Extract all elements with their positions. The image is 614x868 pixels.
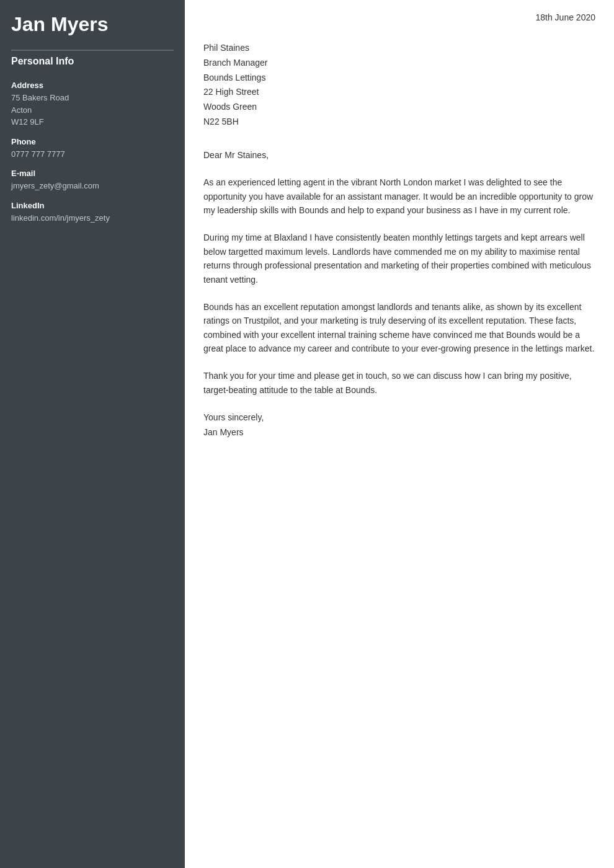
letter-date: 18th June 2020 xyxy=(203,12,595,22)
recipient-postcode: N22 5BH xyxy=(203,115,595,130)
letter-greeting: Dear Mr Staines, xyxy=(203,148,595,162)
recipient-block: Phil Staines Branch Manager Bounds Letti… xyxy=(203,41,595,130)
address-line-3: W12 9LF xyxy=(11,117,44,126)
email-value: jmyers_zety@gmail.com xyxy=(11,180,174,192)
applicant-name: Jan Myers xyxy=(11,12,174,36)
letter-paragraph-2: During my time at Blaxland I have consis… xyxy=(203,231,595,286)
phone-label: Phone xyxy=(11,137,174,146)
personal-info-section-title: Personal Info xyxy=(11,50,174,72)
closing-phrase: Yours sincerely, xyxy=(203,410,595,425)
sidebar: Jan Myers Personal Info Address 75 Baker… xyxy=(0,0,185,868)
address-label: Address xyxy=(11,81,174,90)
letter-paragraph-1: As an experienced letting agent in the v… xyxy=(203,175,595,217)
letter-body: Dear Mr Staines, As an experienced letti… xyxy=(203,148,595,440)
recipient-company: Bounds Lettings xyxy=(203,71,595,86)
signoff-name: Jan Myers xyxy=(203,425,595,440)
email-label: E-mail xyxy=(11,169,174,178)
address-line-2: Acton xyxy=(11,105,32,115)
letter-paragraph-4: Thank you for your time and please get i… xyxy=(203,369,595,397)
recipient-area: Woods Green xyxy=(203,100,595,115)
recipient-name: Phil Staines xyxy=(203,41,595,56)
linkedin-value: linkedin.com/in/jmyers_zety xyxy=(11,212,174,224)
letter-content: 18th June 2020 Phil Staines Branch Manag… xyxy=(185,0,614,868)
address-line-1: 75 Bakers Road xyxy=(11,93,69,102)
address-value: 75 Bakers Road Acton W12 9LF xyxy=(11,92,174,128)
phone-value: 0777 777 7777 xyxy=(11,148,174,161)
recipient-street: 22 High Street xyxy=(203,85,595,100)
linkedin-label: LinkedIn xyxy=(11,201,174,210)
letter-paragraph-3: Bounds has an excellent reputation among… xyxy=(203,300,595,356)
recipient-title: Branch Manager xyxy=(203,56,595,71)
letter-closing: Yours sincerely, Jan Myers xyxy=(203,410,595,440)
